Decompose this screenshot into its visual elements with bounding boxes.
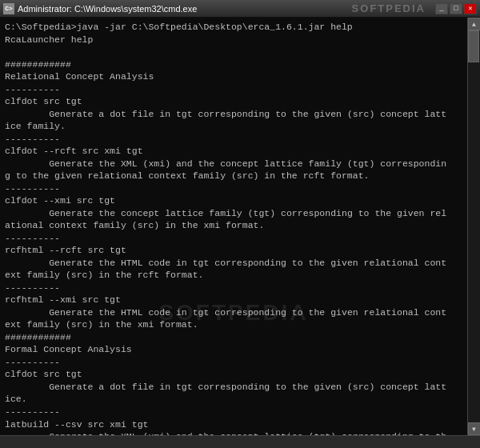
terminal-content: SOFTPEDIA C:\Softpedia>java -jar C:\Soft… — [0, 18, 467, 435]
softpedia-title-watermark: SOFTPEDIA — [352, 2, 426, 14]
minimize-button[interactable]: _ — [435, 3, 448, 14]
scrollbar[interactable]: ▲ ▼ — [467, 18, 480, 435]
scroll-area: SOFTPEDIA C:\Softpedia>java -jar C:\Soft… — [0, 18, 480, 435]
window: C> Administrator: C:\Windows\system32\cm… — [0, 0, 480, 448]
title-bar-left: C> Administrator: C:\Windows\system32\cm… — [3, 3, 197, 14]
title-bar: C> Administrator: C:\Windows\system32\cm… — [0, 0, 480, 18]
title-bar-controls: _ □ ✕ — [435, 3, 477, 14]
scroll-down-arrow[interactable]: ▼ — [468, 422, 481, 435]
status-bar — [0, 435, 480, 448]
cmd-icon: C> — [3, 3, 14, 14]
scroll-track[interactable] — [468, 30, 480, 422]
scroll-thumb[interactable] — [468, 30, 479, 62]
maximize-button[interactable]: □ — [450, 3, 462, 14]
scroll-up-arrow[interactable]: ▲ — [468, 18, 481, 30]
terminal-text: C:\Softpedia>java -jar C:\Softpedia\Desk… — [5, 21, 462, 435]
close-button[interactable]: ✕ — [464, 3, 477, 14]
terminal[interactable]: SOFTPEDIA C:\Softpedia>java -jar C:\Soft… — [0, 18, 467, 435]
title-bar-text: Administrator: C:\Windows\system32\cmd.e… — [18, 4, 197, 14]
